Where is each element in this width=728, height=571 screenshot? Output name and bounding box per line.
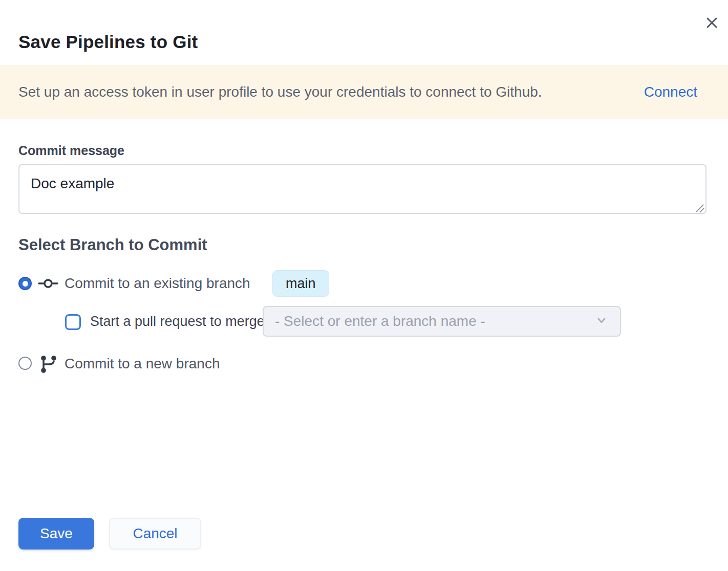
git-branch-icon <box>39 354 58 377</box>
git-commit-icon <box>38 276 58 293</box>
existing-branch-label[interactable]: Commit to an existing branch <box>65 275 250 292</box>
current-branch-badge: main <box>272 270 329 297</box>
select-branch-heading: Select Branch to Commit <box>18 236 207 254</box>
access-token-banner: Set up an access token in user profile t… <box>0 65 728 119</box>
chevron-down-icon <box>594 313 609 330</box>
merge-branch-select[interactable]: - Select or enter a branch name - <box>263 306 621 337</box>
close-icon <box>705 16 719 32</box>
pull-request-label[interactable]: Start a pull request to merge <box>90 314 265 330</box>
commit-message-input[interactable]: Doc example <box>18 164 706 214</box>
close-button[interactable] <box>700 12 723 35</box>
pull-request-checkbox[interactable] <box>65 314 81 330</box>
commit-message-label: Commit message <box>18 143 124 158</box>
branch-select-placeholder: - Select or enter a branch name - <box>275 313 485 330</box>
new-branch-label[interactable]: Commit to a new branch <box>65 356 220 372</box>
connect-link[interactable]: Connect <box>644 84 697 100</box>
save-button[interactable]: Save <box>18 518 94 550</box>
banner-message: Set up an access token in user profile t… <box>18 84 542 100</box>
radio-new-branch[interactable] <box>18 357 32 370</box>
cancel-button[interactable]: Cancel <box>109 518 201 550</box>
save-pipelines-dialog: Save Pipelines to Git Set up an access t… <box>0 0 728 571</box>
radio-existing-branch[interactable] <box>18 277 32 290</box>
dialog-title: Save Pipelines to Git <box>18 32 198 52</box>
